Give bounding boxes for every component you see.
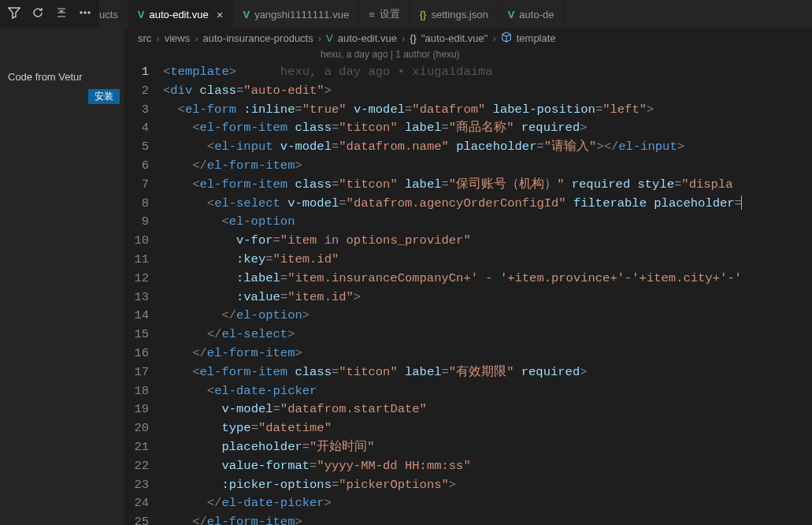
line-number: 17 — [124, 363, 149, 382]
line-number: 15 — [124, 326, 149, 344]
text-cursor — [741, 195, 742, 210]
code-line[interactable]: <el-form :inline="true" v-model="datafro… — [163, 101, 812, 120]
line-number: 2 — [124, 82, 149, 101]
code-line[interactable]: <div class="auto-edit"> — [163, 82, 812, 101]
tab-label: 设置 — [380, 7, 400, 21]
vue-icon: V — [138, 9, 145, 20]
code-line[interactable]: </el-date-picker> — [163, 494, 812, 513]
tab-auto-edit-vue[interactable]: Vauto-edit.vue× — [128, 0, 234, 28]
chevron-right-icon: › — [156, 32, 159, 44]
sidebar: Code from Vetur 安装 — [0, 28, 124, 525]
line-number: 5 — [124, 138, 149, 157]
line-number: 7 — [124, 176, 149, 195]
line-number: 24 — [124, 494, 149, 513]
line-number: 10 — [124, 232, 149, 251]
line-number: 16 — [124, 344, 149, 363]
tab--[interactable]: ≡设置 — [359, 0, 410, 28]
tab-settings-json[interactable]: {}settings.json — [410, 0, 499, 28]
vue-icon: V — [326, 32, 333, 44]
line-number: 3 — [124, 101, 149, 120]
breadcrumb-item[interactable]: "auto-edit.vue" — [421, 32, 488, 44]
breadcrumb[interactable]: src›views›auto-insurance-products›Vauto-… — [124, 28, 812, 47]
code-line[interactable]: v-for="item in options_provider" — [163, 232, 812, 251]
authors-info: hexu, a day ago | 1 author (hexu) — [124, 47, 812, 63]
template-icon — [501, 32, 512, 45]
chevron-right-icon: › — [318, 32, 321, 44]
close-icon[interactable]: × — [217, 8, 224, 21]
line-number: 1 — [124, 63, 149, 82]
breadcrumb-item[interactable]: template — [517, 32, 556, 44]
git-blame: hexu, a day ago • xiugaidaima — [280, 65, 493, 79]
line-number: 12 — [124, 270, 149, 289]
line-number: 25 — [124, 513, 149, 525]
svg-point-0 — [80, 12, 82, 13]
more-icon[interactable] — [79, 6, 91, 22]
vue-icon: V — [243, 9, 250, 20]
tab-label: auto-edit.vue — [150, 9, 209, 20]
svg-point-2 — [88, 12, 90, 13]
chevron-right-icon: › — [402, 32, 405, 44]
code-line[interactable]: :key="item.id" — [163, 251, 812, 270]
code-line[interactable]: <template> hexu, a day ago • xiugaidaima — [163, 63, 812, 82]
line-number: 13 — [124, 289, 149, 307]
tab-ucts[interactable]: ucts — [99, 0, 128, 28]
editor: src›views›auto-insurance-products›Vauto-… — [124, 28, 812, 525]
line-number: 6 — [124, 157, 149, 176]
code-line[interactable]: <el-form-item class="titcon" label="商品名称… — [163, 119, 812, 138]
line-number: 9 — [124, 213, 149, 232]
tab-yangshi1111111-vue[interactable]: Vyangshi1111111.vue — [233, 0, 359, 28]
filter-icon[interactable] — [8, 6, 20, 22]
line-number: 19 — [124, 400, 149, 419]
line-number: 22 — [124, 457, 149, 476]
code-line[interactable]: :picker-options="pickerOptions"> — [163, 476, 812, 495]
line-number: 18 — [124, 382, 149, 401]
code-line[interactable]: :value="item.id"> — [163, 289, 812, 307]
svg-point-1 — [84, 12, 86, 13]
line-number: 20 — [124, 419, 149, 438]
code-line[interactable]: </el-select> — [163, 326, 812, 344]
settings-icon: ≡ — [369, 9, 375, 20]
tab-label: ucts — [99, 9, 118, 20]
breadcrumb-item[interactable]: src — [138, 32, 151, 44]
json-icon: {} — [420, 9, 427, 20]
breadcrumb-item[interactable]: auto-edit.vue — [338, 32, 397, 44]
install-button[interactable]: 安装 — [88, 89, 120, 104]
tab-label: auto-de — [519, 9, 554, 20]
code-line[interactable]: <el-select v-model="datafrom.agencyOrder… — [163, 195, 812, 214]
refresh-icon[interactable] — [32, 6, 44, 22]
tab-label: yangshi1111111.vue — [254, 9, 349, 20]
code-line[interactable]: placeholder="开始时间" — [163, 438, 812, 457]
collapse-icon[interactable] — [55, 6, 68, 22]
code-content[interactable]: <template> hexu, a day ago • xiugaidaima… — [163, 63, 812, 525]
code-line[interactable]: <el-input v-model="datafrom.name" placeh… — [163, 138, 812, 157]
line-number: 21 — [124, 438, 149, 457]
explorer-iconbar — [0, 0, 99, 28]
line-number: 4 — [124, 119, 149, 138]
code-line[interactable]: :label="item.insuranceCompanyCn+' - '+it… — [163, 270, 812, 289]
code-line[interactable]: <el-form-item class="titcon" label="保司账号… — [163, 176, 812, 195]
vetur-title: Code from Vetur — [0, 68, 124, 86]
code-line[interactable]: <el-form-item class="titcon" label="有效期限… — [163, 363, 812, 382]
code-line[interactable]: </el-form-item> — [163, 157, 812, 176]
code-line[interactable]: </el-form-item> — [163, 513, 812, 525]
tab-label: settings.json — [431, 9, 488, 20]
line-number: 23 — [124, 476, 149, 495]
code-line[interactable]: <el-option — [163, 213, 812, 232]
vue-icon: V — [508, 9, 515, 20]
breadcrumb-item[interactable]: views — [165, 32, 191, 44]
chevron-right-icon: › — [195, 32, 198, 44]
tab-auto-de[interactable]: Vauto-de — [499, 0, 565, 28]
chevron-right-icon: › — [492, 32, 495, 44]
code-line[interactable]: type="datetime" — [163, 419, 812, 438]
line-number: 11 — [124, 251, 149, 270]
code-line[interactable]: </el-form-item> — [163, 344, 812, 363]
editor-tabs: uctsVauto-edit.vue×Vyangshi1111111.vue≡设… — [99, 0, 812, 28]
code-line[interactable]: value-format="yyyy-MM-dd HH:mm:ss" — [163, 457, 812, 476]
braces-icon: {} — [410, 32, 417, 44]
line-number: 8 — [124, 195, 149, 214]
line-number: 14 — [124, 307, 149, 326]
breadcrumb-item[interactable]: auto-insurance-products — [203, 32, 313, 44]
code-line[interactable]: </el-option> — [163, 307, 812, 326]
code-line[interactable]: <el-date-picker — [163, 382, 812, 401]
code-line[interactable]: v-model="datafrom.startDate" — [163, 400, 812, 419]
